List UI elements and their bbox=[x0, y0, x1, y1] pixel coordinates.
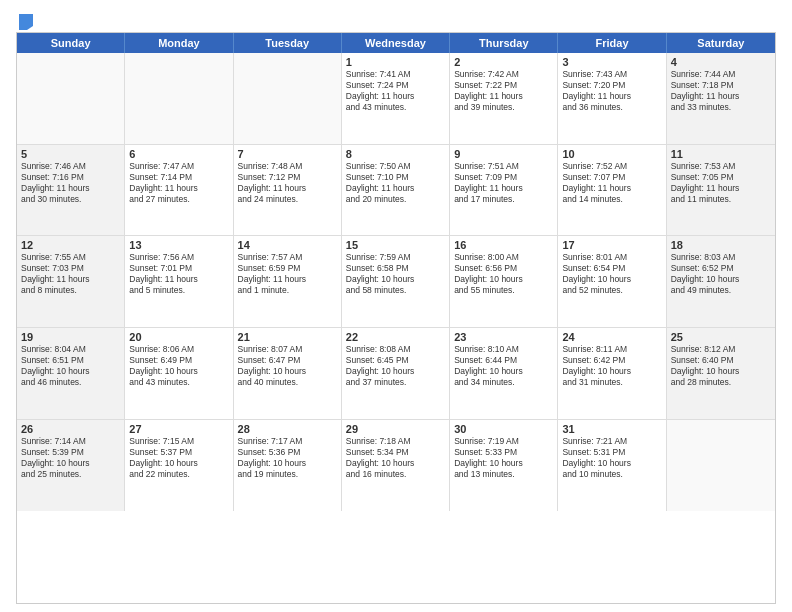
empty-cell bbox=[667, 420, 775, 512]
cell-details: Sunrise: 7:14 AM Sunset: 5:39 PM Dayligh… bbox=[21, 436, 120, 480]
logo-flag-icon bbox=[17, 12, 35, 30]
calendar: SundayMondayTuesdayWednesdayThursdayFrid… bbox=[16, 32, 776, 604]
calendar-row-2: 12Sunrise: 7:55 AM Sunset: 7:03 PM Dayli… bbox=[17, 236, 775, 328]
day-number: 26 bbox=[21, 423, 120, 435]
empty-cell bbox=[125, 53, 233, 144]
header-day-sunday: Sunday bbox=[17, 33, 125, 53]
cell-details: Sunrise: 8:06 AM Sunset: 6:49 PM Dayligh… bbox=[129, 344, 228, 388]
cell-details: Sunrise: 7:59 AM Sunset: 6:58 PM Dayligh… bbox=[346, 252, 445, 296]
cell-details: Sunrise: 8:10 AM Sunset: 6:44 PM Dayligh… bbox=[454, 344, 553, 388]
day-number: 19 bbox=[21, 331, 120, 343]
svg-marker-1 bbox=[19, 14, 33, 20]
calendar-row-1: 5Sunrise: 7:46 AM Sunset: 7:16 PM Daylig… bbox=[17, 145, 775, 237]
day-number: 15 bbox=[346, 239, 445, 251]
header-day-saturday: Saturday bbox=[667, 33, 775, 53]
cell-details: Sunrise: 7:47 AM Sunset: 7:14 PM Dayligh… bbox=[129, 161, 228, 205]
header-day-friday: Friday bbox=[558, 33, 666, 53]
header bbox=[16, 12, 776, 26]
day-number: 9 bbox=[454, 148, 553, 160]
cell-details: Sunrise: 7:57 AM Sunset: 6:59 PM Dayligh… bbox=[238, 252, 337, 296]
day-cell-7: 7Sunrise: 7:48 AM Sunset: 7:12 PM Daylig… bbox=[234, 145, 342, 236]
cell-details: Sunrise: 7:52 AM Sunset: 7:07 PM Dayligh… bbox=[562, 161, 661, 205]
day-cell-21: 21Sunrise: 8:07 AM Sunset: 6:47 PM Dayli… bbox=[234, 328, 342, 419]
cell-details: Sunrise: 8:01 AM Sunset: 6:54 PM Dayligh… bbox=[562, 252, 661, 296]
day-cell-10: 10Sunrise: 7:52 AM Sunset: 7:07 PM Dayli… bbox=[558, 145, 666, 236]
cell-details: Sunrise: 7:50 AM Sunset: 7:10 PM Dayligh… bbox=[346, 161, 445, 205]
day-number: 22 bbox=[346, 331, 445, 343]
day-number: 28 bbox=[238, 423, 337, 435]
day-number: 5 bbox=[21, 148, 120, 160]
day-cell-20: 20Sunrise: 8:06 AM Sunset: 6:49 PM Dayli… bbox=[125, 328, 233, 419]
cell-details: Sunrise: 8:00 AM Sunset: 6:56 PM Dayligh… bbox=[454, 252, 553, 296]
day-cell-19: 19Sunrise: 8:04 AM Sunset: 6:51 PM Dayli… bbox=[17, 328, 125, 419]
cell-details: Sunrise: 8:04 AM Sunset: 6:51 PM Dayligh… bbox=[21, 344, 120, 388]
day-cell-22: 22Sunrise: 8:08 AM Sunset: 6:45 PM Dayli… bbox=[342, 328, 450, 419]
day-number: 7 bbox=[238, 148, 337, 160]
day-cell-16: 16Sunrise: 8:00 AM Sunset: 6:56 PM Dayli… bbox=[450, 236, 558, 327]
logo bbox=[16, 12, 36, 26]
day-number: 31 bbox=[562, 423, 661, 435]
day-number: 21 bbox=[238, 331, 337, 343]
cell-details: Sunrise: 7:42 AM Sunset: 7:22 PM Dayligh… bbox=[454, 69, 553, 113]
calendar-row-4: 26Sunrise: 7:14 AM Sunset: 5:39 PM Dayli… bbox=[17, 420, 775, 512]
day-cell-15: 15Sunrise: 7:59 AM Sunset: 6:58 PM Dayli… bbox=[342, 236, 450, 327]
day-number: 23 bbox=[454, 331, 553, 343]
day-cell-26: 26Sunrise: 7:14 AM Sunset: 5:39 PM Dayli… bbox=[17, 420, 125, 512]
header-day-tuesday: Tuesday bbox=[234, 33, 342, 53]
day-number: 3 bbox=[562, 56, 661, 68]
cell-details: Sunrise: 7:19 AM Sunset: 5:33 PM Dayligh… bbox=[454, 436, 553, 480]
day-cell-27: 27Sunrise: 7:15 AM Sunset: 5:37 PM Dayli… bbox=[125, 420, 233, 512]
day-cell-18: 18Sunrise: 8:03 AM Sunset: 6:52 PM Dayli… bbox=[667, 236, 775, 327]
header-day-thursday: Thursday bbox=[450, 33, 558, 53]
cell-details: Sunrise: 8:12 AM Sunset: 6:40 PM Dayligh… bbox=[671, 344, 771, 388]
cell-details: Sunrise: 7:48 AM Sunset: 7:12 PM Dayligh… bbox=[238, 161, 337, 205]
day-number: 10 bbox=[562, 148, 661, 160]
day-cell-24: 24Sunrise: 8:11 AM Sunset: 6:42 PM Dayli… bbox=[558, 328, 666, 419]
day-cell-3: 3Sunrise: 7:43 AM Sunset: 7:20 PM Daylig… bbox=[558, 53, 666, 144]
day-cell-31: 31Sunrise: 7:21 AM Sunset: 5:31 PM Dayli… bbox=[558, 420, 666, 512]
calendar-header: SundayMondayTuesdayWednesdayThursdayFrid… bbox=[17, 33, 775, 53]
cell-details: Sunrise: 7:43 AM Sunset: 7:20 PM Dayligh… bbox=[562, 69, 661, 113]
day-number: 11 bbox=[671, 148, 771, 160]
day-cell-23: 23Sunrise: 8:10 AM Sunset: 6:44 PM Dayli… bbox=[450, 328, 558, 419]
day-number: 20 bbox=[129, 331, 228, 343]
cell-details: Sunrise: 8:07 AM Sunset: 6:47 PM Dayligh… bbox=[238, 344, 337, 388]
day-number: 25 bbox=[671, 331, 771, 343]
day-cell-28: 28Sunrise: 7:17 AM Sunset: 5:36 PM Dayli… bbox=[234, 420, 342, 512]
day-number: 2 bbox=[454, 56, 553, 68]
day-number: 24 bbox=[562, 331, 661, 343]
day-number: 13 bbox=[129, 239, 228, 251]
day-cell-13: 13Sunrise: 7:56 AM Sunset: 7:01 PM Dayli… bbox=[125, 236, 233, 327]
header-day-monday: Monday bbox=[125, 33, 233, 53]
header-day-wednesday: Wednesday bbox=[342, 33, 450, 53]
day-cell-1: 1Sunrise: 7:41 AM Sunset: 7:24 PM Daylig… bbox=[342, 53, 450, 144]
cell-details: Sunrise: 7:51 AM Sunset: 7:09 PM Dayligh… bbox=[454, 161, 553, 205]
day-number: 18 bbox=[671, 239, 771, 251]
cell-details: Sunrise: 7:53 AM Sunset: 7:05 PM Dayligh… bbox=[671, 161, 771, 205]
day-number: 12 bbox=[21, 239, 120, 251]
day-number: 17 bbox=[562, 239, 661, 251]
cell-details: Sunrise: 7:17 AM Sunset: 5:36 PM Dayligh… bbox=[238, 436, 337, 480]
calendar-row-0: 1Sunrise: 7:41 AM Sunset: 7:24 PM Daylig… bbox=[17, 53, 775, 145]
day-cell-8: 8Sunrise: 7:50 AM Sunset: 7:10 PM Daylig… bbox=[342, 145, 450, 236]
cell-details: Sunrise: 8:08 AM Sunset: 6:45 PM Dayligh… bbox=[346, 344, 445, 388]
day-number: 14 bbox=[238, 239, 337, 251]
cell-details: Sunrise: 7:18 AM Sunset: 5:34 PM Dayligh… bbox=[346, 436, 445, 480]
day-cell-2: 2Sunrise: 7:42 AM Sunset: 7:22 PM Daylig… bbox=[450, 53, 558, 144]
day-number: 6 bbox=[129, 148, 228, 160]
day-number: 30 bbox=[454, 423, 553, 435]
day-number: 16 bbox=[454, 239, 553, 251]
cell-details: Sunrise: 8:11 AM Sunset: 6:42 PM Dayligh… bbox=[562, 344, 661, 388]
cell-details: Sunrise: 7:56 AM Sunset: 7:01 PM Dayligh… bbox=[129, 252, 228, 296]
cell-details: Sunrise: 7:21 AM Sunset: 5:31 PM Dayligh… bbox=[562, 436, 661, 480]
day-cell-11: 11Sunrise: 7:53 AM Sunset: 7:05 PM Dayli… bbox=[667, 145, 775, 236]
day-number: 8 bbox=[346, 148, 445, 160]
cell-details: Sunrise: 7:46 AM Sunset: 7:16 PM Dayligh… bbox=[21, 161, 120, 205]
day-number: 29 bbox=[346, 423, 445, 435]
page: SundayMondayTuesdayWednesdayThursdayFrid… bbox=[0, 0, 792, 612]
cell-details: Sunrise: 7:41 AM Sunset: 7:24 PM Dayligh… bbox=[346, 69, 445, 113]
day-cell-25: 25Sunrise: 8:12 AM Sunset: 6:40 PM Dayli… bbox=[667, 328, 775, 419]
calendar-row-3: 19Sunrise: 8:04 AM Sunset: 6:51 PM Dayli… bbox=[17, 328, 775, 420]
empty-cell bbox=[234, 53, 342, 144]
cell-details: Sunrise: 7:44 AM Sunset: 7:18 PM Dayligh… bbox=[671, 69, 771, 113]
